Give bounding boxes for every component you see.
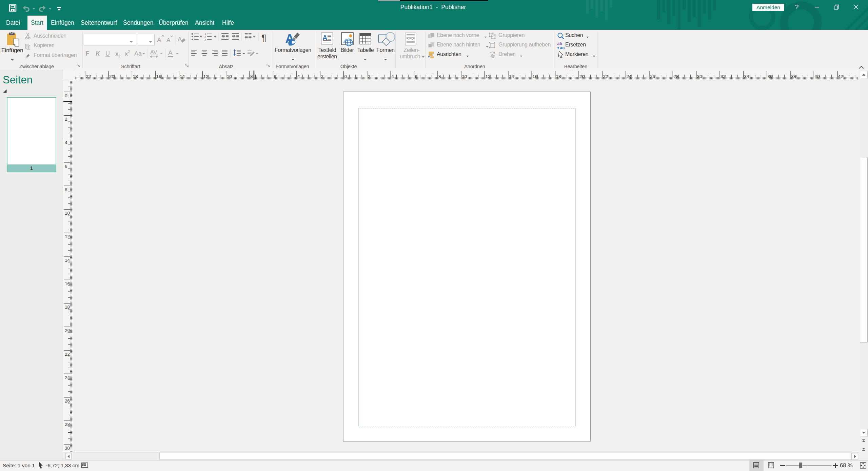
svg-text:22: 22: [65, 352, 70, 357]
svg-text:30: 30: [65, 446, 70, 451]
svg-text:18: 18: [65, 305, 70, 310]
svg-text:ac: ac: [560, 45, 565, 50]
svg-text:6: 6: [65, 164, 67, 169]
svg-text:12: 12: [486, 74, 491, 79]
svg-text:26: 26: [65, 398, 70, 404]
svg-text:2: 2: [65, 117, 67, 122]
svg-text:8: 8: [65, 187, 67, 192]
svg-text:2: 2: [118, 54, 120, 58]
svg-text:6: 6: [415, 74, 418, 79]
svg-text:¶: ¶: [261, 33, 267, 42]
svg-text:26: 26: [650, 74, 655, 79]
svg-text:2: 2: [368, 74, 371, 79]
svg-text:A: A: [322, 34, 327, 41]
svg-text:4: 4: [297, 74, 300, 79]
svg-text:A: A: [166, 37, 171, 43]
svg-text:16: 16: [532, 74, 537, 79]
svg-text:38: 38: [791, 74, 796, 79]
svg-text:2: 2: [128, 50, 130, 54]
svg-text:8: 8: [250, 74, 253, 79]
svg-text:0: 0: [65, 93, 67, 98]
svg-text:3: 3: [204, 38, 206, 42]
svg-text:16: 16: [156, 74, 161, 79]
svg-text:14: 14: [180, 74, 185, 79]
svg-text:6: 6: [274, 74, 277, 79]
svg-text:14: 14: [65, 258, 70, 263]
svg-text:4: 4: [65, 140, 67, 145]
svg-text:10: 10: [227, 74, 232, 79]
svg-text:30: 30: [697, 74, 702, 79]
svg-text:10: 10: [65, 211, 70, 216]
svg-text:16: 16: [65, 281, 70, 286]
svg-text:A: A: [168, 49, 173, 56]
svg-text:U: U: [105, 50, 110, 57]
svg-text:12: 12: [65, 234, 70, 239]
svg-text:A: A: [178, 36, 182, 43]
svg-text:32: 32: [721, 74, 726, 79]
svg-text:A: A: [157, 36, 161, 43]
svg-text:28: 28: [65, 422, 70, 427]
svg-text:18: 18: [133, 74, 138, 79]
svg-text:Aa: Aa: [134, 50, 142, 57]
svg-text:20: 20: [65, 328, 70, 333]
svg-text:22: 22: [86, 74, 91, 79]
svg-text:XY: XY: [83, 464, 86, 466]
svg-text:2: 2: [321, 74, 323, 79]
svg-text:K: K: [96, 50, 101, 57]
svg-text:20: 20: [579, 74, 585, 79]
svg-text:AV: AV: [150, 50, 157, 55]
svg-text:20: 20: [109, 74, 114, 79]
svg-text:0: 0: [344, 74, 347, 79]
svg-text:10: 10: [462, 74, 467, 79]
svg-text:28: 28: [673, 74, 678, 79]
svg-text:22: 22: [603, 74, 608, 79]
svg-text:18: 18: [556, 74, 561, 79]
svg-text:14: 14: [509, 74, 514, 79]
svg-text:4: 4: [391, 74, 394, 79]
svg-text:42: 42: [838, 74, 843, 79]
svg-text:8: 8: [438, 74, 441, 79]
svg-text:40: 40: [814, 74, 820, 79]
svg-text:12: 12: [203, 74, 209, 79]
svg-text:F: F: [85, 50, 89, 57]
svg-text:24: 24: [65, 375, 70, 380]
svg-text:34: 34: [744, 74, 749, 79]
svg-text:24: 24: [627, 74, 632, 79]
svg-text:36: 36: [768, 74, 773, 79]
